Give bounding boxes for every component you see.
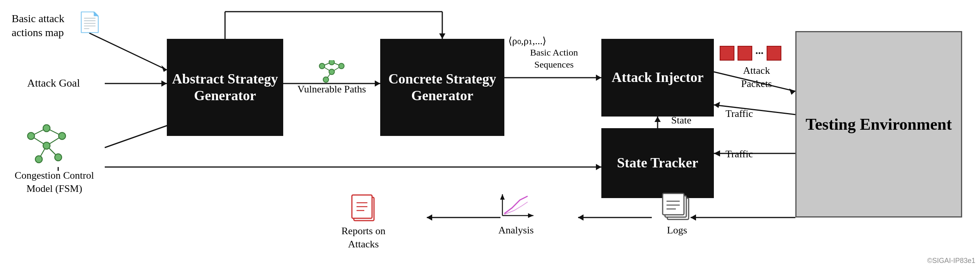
attack-goal-label: Attack Goal	[27, 77, 80, 89]
svg-line-4	[105, 124, 171, 148]
attack-packets-label: AttackPackets	[725, 64, 788, 90]
svg-marker-1	[161, 65, 167, 72]
packet-square-3	[767, 46, 781, 61]
svg-marker-17	[789, 89, 795, 95]
svg-point-49	[339, 63, 344, 69]
abstract-strategy-label: Abstract Strategy Generator	[168, 71, 282, 104]
packet-square-1	[720, 46, 734, 61]
svg-point-37	[28, 132, 35, 139]
svg-rect-63	[663, 193, 684, 215]
packet-square-2	[738, 46, 752, 61]
reports-label: Reports onAttacks	[341, 224, 385, 251]
congestion-label: Congestion ControlModel (FSM)	[12, 169, 97, 195]
svg-marker-9	[375, 80, 380, 87]
svg-point-38	[59, 132, 66, 139]
basic-attack-map-text: Basic attackactions map	[12, 12, 64, 38]
svg-point-36	[43, 142, 50, 149]
basic-attack-map-label: Basic attackactions map 📄	[12, 12, 64, 40]
reports-icon	[348, 190, 379, 221]
svg-marker-11	[596, 75, 601, 81]
testing-env-label: Testing Environment	[806, 114, 952, 135]
state-label: State	[671, 115, 691, 126]
logs-icon-area: Logs	[660, 190, 694, 236]
diagram: Abstract Strategy Generator Concrete Str…	[0, 0, 980, 268]
concrete-strategy-box: Concrete Strategy Generator	[380, 39, 504, 136]
packet-dots: ···	[755, 47, 764, 59]
traffic-lower-label: Traffic	[725, 148, 753, 160]
svg-point-48	[319, 63, 325, 69]
svg-marker-59	[500, 194, 505, 200]
state-tracker-label: State Tracker	[617, 155, 698, 171]
traffic-upper-label: Traffic	[725, 108, 753, 120]
analysis-label: Analysis	[497, 224, 535, 236]
congestion-control-icon	[19, 124, 74, 169]
state-tracker-box: State Tracker	[601, 128, 714, 198]
svg-line-0	[89, 33, 167, 70]
svg-marker-3	[161, 80, 167, 87]
svg-point-40	[35, 156, 42, 163]
logs-label: Logs	[660, 224, 694, 236]
abstract-strategy-box: Abstract Strategy Generator	[167, 39, 283, 136]
svg-point-51	[323, 77, 329, 82]
svg-marker-7	[596, 164, 601, 170]
svg-marker-29	[427, 214, 432, 221]
svg-point-47	[329, 69, 334, 75]
attack-injector-label: Attack Injector	[612, 69, 704, 86]
attack-injector-box: Attack Injector	[601, 39, 714, 117]
svg-marker-19	[714, 102, 720, 108]
svg-point-41	[55, 154, 62, 161]
vulnerable-paths-label: Vulnerable Paths	[293, 60, 371, 95]
analysis-icon	[497, 190, 535, 221]
svg-point-50	[329, 60, 334, 65]
svg-marker-60	[528, 213, 533, 218]
document-icon: 📄	[78, 10, 102, 35]
rho-seq-label: ⟨ρ₀,ρ₁,...⟩	[508, 35, 546, 47]
reports-icon-area: Reports onAttacks	[341, 190, 385, 251]
analysis-icon-area: Analysis	[497, 190, 535, 236]
attack-packets-area: ···	[720, 46, 781, 61]
svg-point-39	[43, 125, 50, 132]
svg-marker-13	[439, 33, 445, 39]
basic-action-seq-label: Basic ActionSequences	[507, 47, 601, 71]
svg-marker-27	[578, 214, 583, 221]
svg-marker-23	[654, 117, 661, 122]
vuln-paths-icon	[316, 60, 347, 84]
concrete-strategy-label: Concrete Strategy Generator	[381, 71, 503, 104]
testing-environment-box: Testing Environment	[795, 31, 962, 218]
logs-icon	[660, 190, 694, 221]
svg-marker-21	[714, 150, 720, 157]
network-graph-svg	[19, 124, 74, 167]
copyright: ©SIGAI-IP83e1	[927, 257, 975, 265]
